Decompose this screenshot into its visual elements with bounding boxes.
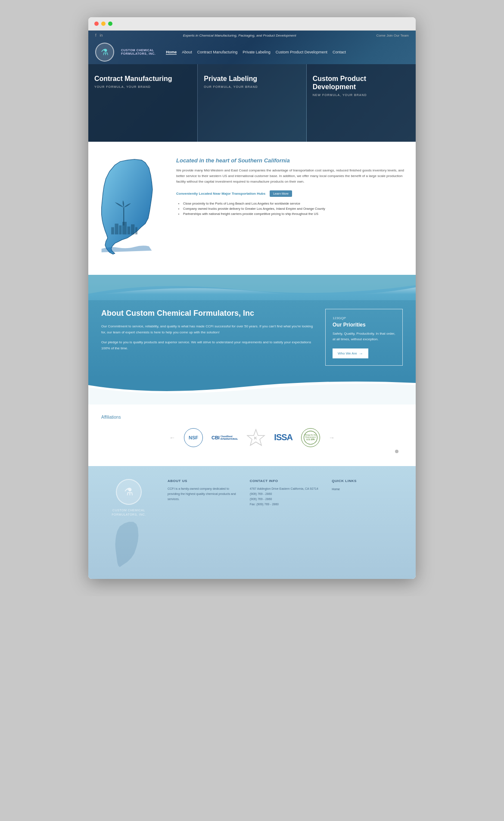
header-tagline: Experts in Chemical Manufacturing, Packa… [183,34,296,37]
hero-section-custom[interactable]: Custom Product Development NEW FORMULA, … [307,64,416,142]
footer-logo-text: CUSTOM CHEMICAL FORMULATORS, INC. [112,508,146,517]
hero-subtitle-2: OUR FORMULA, YOUR BRAND [204,85,300,88]
issa-logo: ISSA [274,432,292,442]
svg-rect-7 [263,84,273,124]
svg-rect-24 [131,224,134,234]
nav-contract-manufacturing[interactable]: Contract Manufacturing [197,50,238,55]
footer-contact-fax: Fax: (909) 769 - 2860 [250,502,324,507]
site-logo[interactable]: ⚗ [95,43,114,62]
hero-section-labeling[interactable]: Private Labeling OUR FORMULA, YOUR BRAND [197,64,306,142]
svg-rect-19 [111,227,114,234]
hero-sections: Contract Manufacturing YOUR FORMULA, YOU… [88,64,416,142]
about-body-2: Our pledge to you is quality products an… [101,339,317,351]
header-cta[interactable]: Come Join Our Team [376,34,409,37]
affiliations-section: Affiliations ← NSF CBI ChemBlend INTERNA… [88,404,416,466]
footer-contact-title: CONTACT INFO [250,479,324,483]
about-content-area: About Custom Chemical Formulators, Inc O… [88,300,416,379]
svg-point-2 [118,116,147,134]
maximize-dot[interactable] [108,22,112,26]
svg-rect-22 [122,222,127,234]
nav-home[interactable]: Home [166,50,177,55]
header-top-bar: f in Experts in Chemical Manufacturing, … [88,31,416,40]
hero-content-3: Custom Product Development NEW FORMULA, … [313,75,410,96]
facebook-icon[interactable]: f [95,33,96,37]
close-dot[interactable] [94,22,99,26]
nav-custom-product[interactable]: Custom Product Development [276,50,327,55]
learn-more-button[interactable]: Learn More [270,190,292,197]
location-bullets: Close proximity to the Ports of Long Bea… [176,201,405,217]
about-body-1: Our Commitment to service, reliability, … [101,323,317,335]
footer-contact-phone2: (909) 769 - 2860 [250,497,324,502]
footer-link-home[interactable]: Home [332,486,405,492]
california-map [99,157,168,259]
bullet-2: Company owned trucks provide delivery to… [183,206,405,211]
footer-logo-area: ⚗ CUSTOM CHEMICAL FORMULATORS, INC. [99,479,159,569]
who-we-are-button[interactable]: Who We Are → [333,348,368,358]
affiliations-title: Affiliations [101,415,403,420]
social-icons: f in [95,33,103,37]
conveniently-bar: Conveniently Located Near Major Transpor… [176,190,405,197]
epa-logo: Design for the Environment U.S. EPA [301,428,320,447]
about-right: 123GQP Our Priorities Safety, Quality, P… [325,309,403,366]
footer-links-col: QUICK LINKS Home [332,479,405,569]
about-left: About Custom Chemical Formulators, Inc O… [101,309,317,366]
hero-title-2: Private Labeling [204,75,300,83]
svg-rect-25 [135,227,137,234]
hero-subtitle-1: YOUR FORMULA, YOUR BRAND [94,85,191,88]
location-section: Located in the heart of Southern Califor… [88,142,416,275]
footer-about-title: ABOUT US [168,479,241,483]
nav-private-labeling[interactable]: Private Labeling [243,50,271,55]
footer-about-body: CCFI is a family-owned company dedicated… [168,486,241,502]
svg-point-4 [90,126,119,142]
main-nav: Home About Contract Manufacturing Privat… [166,50,346,55]
footer-contact-address: 4767 Addington Drive Eastern California,… [250,486,324,491]
wave-top [88,275,416,300]
site-footer: ⚗ CUSTOM CHEMICAL FORMULATORS, INC. ABOU… [88,466,416,579]
logo-text: CUSTOM CHEMICAL FORMULATORS, INC. [121,49,156,55]
footer-contact-phone1: (909) 769 - 2860 [250,491,324,497]
wave-bottom [88,379,416,404]
about-main-title: About Custom Chemical Formulators, Inc [101,309,317,318]
svg-rect-13 [348,109,355,131]
svg-rect-20 [115,224,118,234]
svg-point-1 [133,92,163,114]
browser-chrome [88,17,416,31]
nav-contact[interactable]: Contact [333,50,346,55]
svg-rect-21 [119,225,122,234]
footer-grid: ⚗ CUSTOM CHEMICAL FORMULATORS, INC. ABOU… [99,479,405,569]
prev-arrow[interactable]: ← [169,434,175,441]
hero-content-2: Private Labeling OUR FORMULA, YOUR BRAND [204,75,300,88]
linkedin-icon[interactable]: in [100,33,103,37]
hero-title-3: Custom Product Development [313,75,410,91]
priorities-card: 123GQP Our Priorities Safety, Quality, P… [325,309,403,366]
about-section: About Custom Chemical Formulators, Inc O… [88,275,416,404]
scroll-dot [395,450,398,453]
hero-content-1: Contract Manufacturing YOUR FORMULA, YOU… [94,75,191,88]
hero-section-contract[interactable]: Contract Manufacturing YOUR FORMULA, YOU… [88,64,197,142]
next-arrow[interactable]: → [329,434,335,441]
location-title: Located in the heart of Southern Califor… [176,157,405,164]
chemblend-logo: CBI ChemBlend INTERNATIONAL [212,435,238,440]
svg-text:U.S. EPA: U.S. EPA [306,438,315,441]
browser-window: f in Experts in Chemical Manufacturing, … [88,17,416,579]
kstar-logo: K [246,428,265,447]
minimize-dot[interactable] [101,22,106,26]
nav-bar: ⚗ CUSTOM CHEMICAL FORMULATORS, INC. Home… [88,40,416,64]
footer-about-col: ABOUT US CCFI is a family-owned company … [168,479,241,569]
svg-rect-17 [375,103,383,130]
nsf-logo: NSF [184,428,203,447]
svg-rect-11 [334,103,342,125]
footer-contact-col: CONTACT INFO 4767 Addington Drive Easter… [250,479,324,569]
location-content: Located in the heart of Southern Califor… [176,157,405,217]
nav-about[interactable]: About [182,50,192,55]
svg-text:K: K [254,436,257,440]
svg-rect-23 [128,227,131,234]
footer-links-title: QUICK LINKS [332,479,405,483]
priorities-badge: 123GQP [333,316,395,320]
bullet-1: Close proximity to the Ports of Long Bea… [183,201,405,206]
svg-text:Design for the: Design for the [305,434,317,436]
priorities-title: Our Priorities [333,322,395,328]
conveniently-title: Conveniently Located Near Major Transpor… [176,192,265,196]
site-header: f in Experts in Chemical Manufacturing, … [88,31,416,142]
bullet-3: Partnerships with national freight carri… [183,211,405,217]
